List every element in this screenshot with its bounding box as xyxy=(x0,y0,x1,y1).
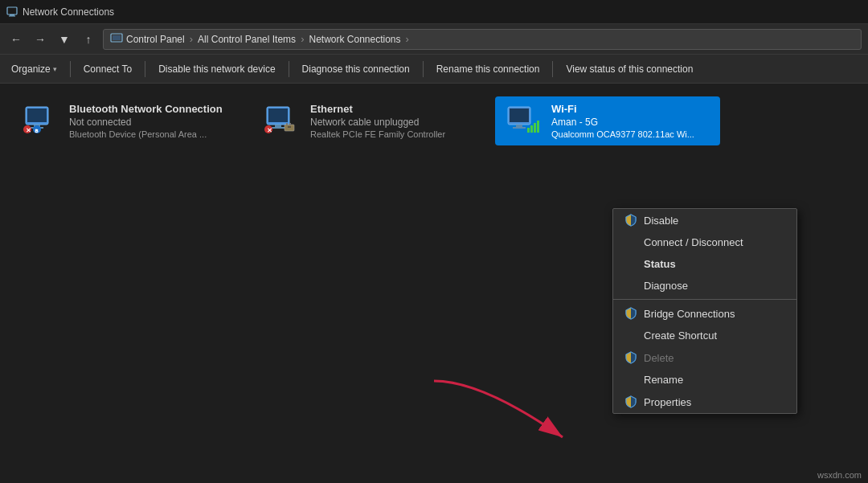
organize-label: Organize xyxy=(11,63,51,75)
forward-button[interactable]: → xyxy=(31,30,50,49)
ctx-item-label: Delete xyxy=(644,352,674,364)
shield-icon xyxy=(624,395,637,408)
ctx-separator xyxy=(613,299,796,300)
ctx-item-create-shortcut[interactable]: Create Shortcut xyxy=(613,325,796,346)
ctx-item-label: Bridge Connections xyxy=(644,308,735,320)
ethernet-status: Network cable unplugged xyxy=(310,117,445,128)
svg-rect-25 xyxy=(516,125,522,127)
bluetooth-icon: ✕ ʙ xyxy=(23,105,61,137)
sep1: › xyxy=(190,33,193,45)
svg-rect-21 xyxy=(289,123,291,125)
context-menu: DisableConnect / DisconnectStatusDiagnos… xyxy=(612,208,797,414)
svg-text:✕: ✕ xyxy=(267,127,272,134)
organize-chevron: ▾ xyxy=(53,65,57,73)
path-icon xyxy=(110,32,123,46)
toolbar-sep4 xyxy=(423,61,424,77)
disable-device-label: Disable this network device xyxy=(158,63,275,75)
ethernet-info: Ethernet Network cable unplugged Realtek… xyxy=(310,103,445,139)
svg-rect-2 xyxy=(9,15,15,16)
disable-device-button[interactable]: Disable this network device xyxy=(150,58,283,80)
ctx-item-label: Create Shortcut xyxy=(644,330,717,342)
toolbar: Organize ▾ Connect To Disable this netwo… xyxy=(0,55,868,84)
bluetooth-network-item[interactable]: ✕ ʙ Bluetooth Network Connection Not con… xyxy=(13,96,238,145)
bluetooth-info: Bluetooth Network Connection Not connect… xyxy=(69,103,223,139)
svg-rect-20 xyxy=(286,123,288,125)
toolbar-sep1 xyxy=(70,61,71,77)
diagnose-button[interactable]: Diagnose this connection xyxy=(294,58,418,80)
ctx-item-status[interactable]: Status xyxy=(613,253,796,275)
connect-to-button[interactable]: Connect To xyxy=(76,58,141,80)
ctx-item-delete: Delete xyxy=(613,346,796,369)
ethernet-network-item[interactable]: ✕ Ethernet Network cable unplugged Realt… xyxy=(254,96,479,145)
ctx-item-label: Diagnose xyxy=(644,280,688,292)
svg-text:ʙ: ʙ xyxy=(35,127,39,134)
ethernet-adapter: Realtek PCIe FE Family Controller xyxy=(310,129,445,139)
svg-rect-27 xyxy=(527,128,530,133)
dropdown-button[interactable]: ▼ xyxy=(55,30,74,49)
svg-rect-24 xyxy=(510,108,529,122)
ctx-item-rename[interactable]: Rename xyxy=(613,369,796,391)
connect-to-label: Connect To xyxy=(84,63,133,75)
up-button[interactable]: ↑ xyxy=(79,30,98,49)
svg-rect-26 xyxy=(513,127,526,129)
breadcrumb-control-panel[interactable]: Control Panel xyxy=(126,34,185,45)
organize-button[interactable]: Organize ▾ xyxy=(3,58,65,80)
view-status-button[interactable]: View status of this connection xyxy=(558,58,701,80)
svg-rect-29 xyxy=(534,123,536,133)
svg-rect-0 xyxy=(7,7,17,14)
view-status-label: View status of this connection xyxy=(566,63,693,75)
wifi-icon xyxy=(505,105,543,137)
svg-rect-6 xyxy=(27,108,47,122)
shield-icon xyxy=(624,307,637,320)
title-bar-icon xyxy=(6,6,18,18)
svg-text:✕: ✕ xyxy=(26,127,31,134)
toolbar-sep5 xyxy=(552,61,553,77)
arrow-annotation xyxy=(418,365,579,464)
ctx-item-connect--disconnect[interactable]: Connect / Disconnect xyxy=(613,231,796,253)
wifi-adapter: Qualcomm OCA9377 802.11ac Wi... xyxy=(551,129,694,139)
svg-rect-22 xyxy=(288,126,291,128)
svg-rect-14 xyxy=(268,108,288,122)
wifi-network-item[interactable]: Wi-Fi Aman - 5G Qualcomm OCA9377 802.11a… xyxy=(495,96,720,145)
ctx-item-label: Status xyxy=(644,258,676,270)
ethernet-name: Ethernet xyxy=(310,103,445,115)
ctx-item-label: Disable xyxy=(644,215,678,227)
wifi-status: Aman - 5G xyxy=(551,117,694,128)
watermark: wsxdn.com xyxy=(817,470,862,480)
breadcrumb-network[interactable]: Network Connections xyxy=(309,34,400,45)
shield-icon xyxy=(624,351,637,364)
rename-label: Rename this connection xyxy=(436,63,540,75)
address-path: Control Panel › All Control Panel Items … xyxy=(103,29,862,50)
title-bar-text: Network Connections xyxy=(23,6,114,18)
ctx-item-disable[interactable]: Disable xyxy=(613,209,796,231)
sep3: › xyxy=(406,33,409,45)
shield-icon xyxy=(624,214,637,227)
ctx-item-label: Rename xyxy=(644,374,683,386)
svg-rect-28 xyxy=(530,125,533,133)
rename-button[interactable]: Rename this connection xyxy=(428,58,548,80)
ctx-item-properties[interactable]: Properties xyxy=(613,391,796,413)
ctx-item-bridge-connections[interactable]: Bridge Connections xyxy=(613,302,796,325)
title-bar: Network Connections xyxy=(0,0,868,24)
ctx-item-label: Properties xyxy=(644,396,691,408)
wifi-name: Wi-Fi xyxy=(551,103,694,115)
svg-rect-15 xyxy=(275,125,281,127)
ctx-item-diagnose[interactable]: Diagnose xyxy=(613,275,796,297)
main-area: ✕ ʙ Bluetooth Network Connection Not con… xyxy=(0,84,868,483)
wifi-info: Wi-Fi Aman - 5G Qualcomm OCA9377 802.11a… xyxy=(551,103,694,139)
bluetooth-status: Not connected xyxy=(69,117,223,128)
network-items-list: ✕ ʙ Bluetooth Network Connection Not con… xyxy=(13,96,855,145)
diagnose-label: Diagnose this connection xyxy=(302,63,410,75)
svg-rect-4 xyxy=(113,35,121,40)
breadcrumb-all-items[interactable]: All Control Panel Items xyxy=(198,34,296,45)
svg-rect-30 xyxy=(537,121,539,133)
address-bar: ← → ▼ ↑ Control Panel › All Control Pane… xyxy=(0,24,868,55)
ctx-item-label: Connect / Disconnect xyxy=(644,236,743,248)
svg-rect-16 xyxy=(272,127,285,129)
toolbar-sep2 xyxy=(145,61,145,77)
ethernet-icon: ✕ xyxy=(264,105,302,137)
bluetooth-adapter: Bluetooth Device (Personal Area ... xyxy=(69,129,223,139)
back-button[interactable]: ← xyxy=(6,30,26,49)
sep2: › xyxy=(301,33,304,45)
toolbar-sep3 xyxy=(289,61,289,77)
